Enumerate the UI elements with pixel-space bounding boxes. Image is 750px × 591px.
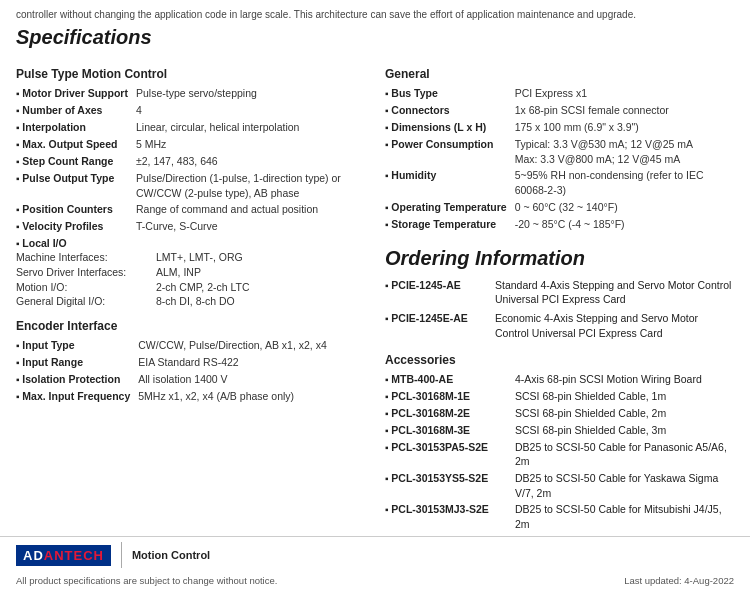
accessory-value: SCSI 68-pin Shielded Cable, 2m bbox=[515, 405, 734, 422]
spec-value: 5~95% RH non-condensing (refer to IEC 60… bbox=[515, 167, 734, 198]
spec-label: Input Type bbox=[16, 337, 138, 354]
left-column: Pulse Type Motion Control Motor Driver S… bbox=[16, 59, 365, 550]
spec-value: 1x 68-pin SCSI female connector bbox=[515, 102, 734, 119]
general-spec-row: Connectors1x 68-pin SCSI female connecto… bbox=[385, 102, 734, 119]
ordering-value: Standard 4-Axis Stepping and Servo Motor… bbox=[495, 276, 734, 309]
general-specs-table: Bus TypePCI Express x1Connectors1x 68-pi… bbox=[385, 85, 734, 233]
accessories-table: MTB-400-AE4-Axis 68-pin SCSI Motion Wiri… bbox=[385, 371, 734, 550]
encoder-spec-row: Input TypeCW/CCW, Pulse/Direction, AB x1… bbox=[16, 337, 365, 354]
spec-label: Connectors bbox=[385, 102, 515, 119]
local-io-sub-label: Machine Interfaces: bbox=[16, 250, 156, 265]
ordering-title: Ordering Information bbox=[385, 247, 734, 270]
spec-label: Position Counters bbox=[16, 201, 136, 218]
spec-label: Pulse Output Type bbox=[16, 170, 136, 201]
spec-label: Motor Driver Support bbox=[16, 85, 136, 102]
general-spec-row: Dimensions (L x H)175 x 100 mm (6.9" x 3… bbox=[385, 119, 734, 136]
ordering-label: PCIE-1245-AE bbox=[385, 276, 495, 309]
footer-section-label: Motion Control bbox=[132, 549, 210, 561]
top-description: controller without changing the applicat… bbox=[0, 0, 750, 26]
spec-value: Pulse/Direction (1-pulse, 1-direction ty… bbox=[136, 170, 365, 201]
accessory-row: PCL-30168M-2ESCSI 68-pin Shielded Cable,… bbox=[385, 405, 734, 422]
spec-label: Max. Output Speed bbox=[16, 136, 136, 153]
general-spec-row: Operating Temperature0 ~ 60°C (32 ~ 140°… bbox=[385, 199, 734, 216]
footer-divider bbox=[121, 542, 122, 568]
local-io-section: Local I/O Machine Interfaces:LMT+, LMT-,… bbox=[16, 237, 365, 309]
spec-value: 0 ~ 60°C (32 ~ 140°F) bbox=[515, 199, 734, 216]
footer: ADANTECH Motion Control All product spec… bbox=[0, 536, 750, 591]
logo-main: AD bbox=[23, 548, 44, 563]
spec-value: 175 x 100 mm (6.9" x 3.9") bbox=[515, 119, 734, 136]
accessories-title: Accessories bbox=[385, 353, 734, 367]
ordering-item-row: PCIE-1245E-AEEconomic 4-Axis Stepping an… bbox=[385, 309, 734, 342]
local-io-sub-row: Machine Interfaces:LMT+, LMT-, ORG bbox=[16, 250, 365, 265]
spec-value: Pulse-type servo/stepping bbox=[136, 85, 365, 102]
pulse-spec-row: Number of Axes4 bbox=[16, 102, 365, 119]
local-io-sub-label: General Digital I/O: bbox=[16, 294, 156, 309]
footer-last-updated: Last updated: 4-Aug-2022 bbox=[624, 575, 734, 586]
general-spec-row: Power ConsumptionTypical: 3.3 V@530 mA; … bbox=[385, 136, 734, 167]
spec-label: Interpolation bbox=[16, 119, 136, 136]
local-io-sub-label: Servo Driver Interfaces: bbox=[16, 265, 156, 280]
page-title: Specifications bbox=[16, 26, 734, 49]
position-spec-row: Position CountersRange of command and ac… bbox=[16, 201, 365, 218]
local-io-sub-value: 8-ch DI, 8-ch DO bbox=[156, 294, 235, 309]
pulse-spec-row: Max. Output Speed5 MHz bbox=[16, 136, 365, 153]
ordering-table: PCIE-1245-AEStandard 4-Axis Stepping and… bbox=[385, 276, 734, 343]
local-io-sub-label: Motion I/O: bbox=[16, 280, 156, 295]
spec-value: PCI Express x1 bbox=[515, 85, 734, 102]
spec-label: Humidity bbox=[385, 167, 515, 198]
general-spec-row: Humidity5~95% RH non-condensing (refer t… bbox=[385, 167, 734, 198]
accessory-value: SCSI 68-pin Shielded Cable, 1m bbox=[515, 388, 734, 405]
spec-label: Dimensions (L x H) bbox=[385, 119, 515, 136]
pulse-section-title: Pulse Type Motion Control bbox=[16, 67, 365, 81]
accessory-value: DB25 to SCSI-50 Cable for Mitsubishi J4/… bbox=[515, 501, 734, 532]
encoder-spec-row: Input RangeEIA Standard RS-422 bbox=[16, 354, 365, 371]
local-io-sub-row: General Digital I/O:8-ch DI, 8-ch DO bbox=[16, 294, 365, 309]
spec-value: Linear, circular, helical interpolation bbox=[136, 119, 365, 136]
pulse-spec-row: Pulse Output TypePulse/Direction (1-puls… bbox=[16, 170, 365, 201]
spec-value: 4 bbox=[136, 102, 365, 119]
local-io-sub-value: LMT+, LMT-, ORG bbox=[156, 250, 243, 265]
spec-value: -20 ~ 85°C (-4 ~ 185°F) bbox=[515, 216, 734, 233]
spec-value: CW/CCW, Pulse/Direction, AB x1, x2, x4 bbox=[138, 337, 365, 354]
spec-label: Input Range bbox=[16, 354, 138, 371]
encoder-section-title: Encoder Interface bbox=[16, 319, 365, 333]
spec-label: Number of Axes bbox=[16, 102, 136, 119]
general-section-title: General bbox=[385, 67, 734, 81]
spec-label: Isolation Protection bbox=[16, 371, 138, 388]
footer-bottom: All product specifications are subject t… bbox=[0, 573, 750, 591]
accessory-label: PCL-30168M-2E bbox=[385, 405, 515, 422]
accessory-label: PCL-30168M-1E bbox=[385, 388, 515, 405]
ordering-label: PCIE-1245E-AE bbox=[385, 309, 495, 342]
spec-label: Step Count Range bbox=[16, 153, 136, 170]
encoder-specs-table: Input TypeCW/CCW, Pulse/Direction, AB x1… bbox=[16, 337, 365, 405]
pulse-spec-row: InterpolationLinear, circular, helical i… bbox=[16, 119, 365, 136]
spec-value: 5 MHz bbox=[136, 136, 365, 153]
spec-label: Velocity Profiles bbox=[16, 218, 136, 235]
accessory-label: PCL-30153YS5-S2E bbox=[385, 470, 515, 501]
accessory-row: PCL-30153YS5-S2EDB25 to SCSI-50 Cable fo… bbox=[385, 470, 734, 501]
spec-label: Power Consumption bbox=[385, 136, 515, 167]
accessory-value: SCSI 68-pin Shielded Cable, 3m bbox=[515, 422, 734, 439]
spec-value: ±2, 147, 483, 646 bbox=[136, 153, 365, 170]
accessory-label: PCL-30153PA5-S2E bbox=[385, 439, 515, 470]
spec-label: Operating Temperature bbox=[385, 199, 515, 216]
local-io-title: Local I/O bbox=[16, 237, 365, 249]
logo-accent: ANTECH bbox=[44, 548, 104, 563]
spec-label: Storage Temperature bbox=[385, 216, 515, 233]
encoder-spec-row: Max. Input Frequency5MHz x1, x2, x4 (A/B… bbox=[16, 388, 365, 405]
accessory-label: MTB-400-AE bbox=[385, 371, 515, 388]
spec-value: T-Curve, S-Curve bbox=[136, 218, 365, 235]
spec-label: Bus Type bbox=[385, 85, 515, 102]
general-spec-row: Storage Temperature-20 ~ 85°C (-4 ~ 185°… bbox=[385, 216, 734, 233]
position-spec-row: Velocity ProfilesT-Curve, S-Curve bbox=[16, 218, 365, 235]
general-spec-row: Bus TypePCI Express x1 bbox=[385, 85, 734, 102]
local-io-subs: Machine Interfaces:LMT+, LMT-, ORGServo … bbox=[16, 250, 365, 309]
accessory-row: PCL-30168M-1ESCSI 68-pin Shielded Cable,… bbox=[385, 388, 734, 405]
accessory-row: PCL-30153PA5-S2EDB25 to SCSI-50 Cable fo… bbox=[385, 439, 734, 470]
encoder-spec-row: Isolation ProtectionAll isolation 1400 V bbox=[16, 371, 365, 388]
accessory-label: PCL-30153MJ3-S2E bbox=[385, 501, 515, 532]
pulse-specs-table: Motor Driver SupportPulse-type servo/ste… bbox=[16, 85, 365, 201]
accessory-row: MTB-400-AE4-Axis 68-pin SCSI Motion Wiri… bbox=[385, 371, 734, 388]
footer-disclaimer: All product specifications are subject t… bbox=[16, 575, 277, 586]
